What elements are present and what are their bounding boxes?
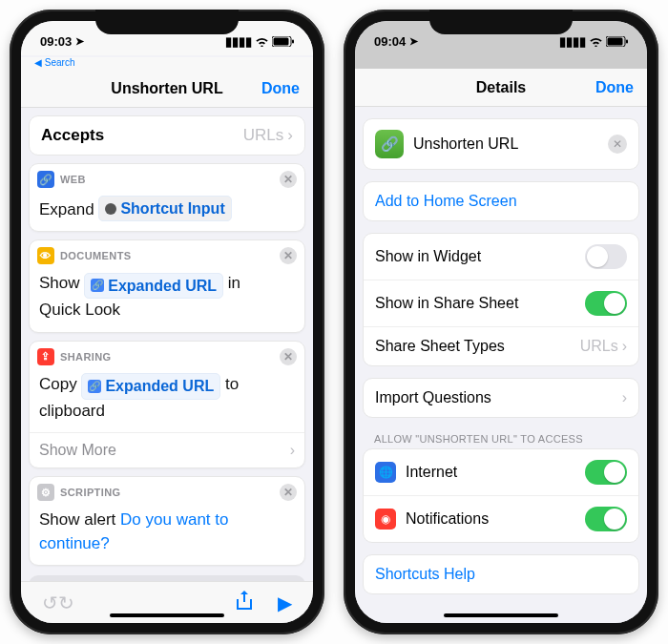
action-card-web[interactable]: 🔗 WEB ✕ Expand Shortcut Input <box>29 163 305 232</box>
redo-button[interactable]: ↻ <box>58 592 74 614</box>
show-more-row[interactable]: Show More › <box>30 432 304 467</box>
nav-bar: Details Done <box>355 69 647 107</box>
home-indicator[interactable] <box>110 613 224 617</box>
shortcut-name-row[interactable]: 🔗 Unshorten URL ✕ <box>364 119 638 169</box>
home-indicator[interactable] <box>444 613 558 617</box>
editor-content: Accepts URLs › 🔗 WEB ✕ Expand Shortc <box>21 108 313 581</box>
access-section-header: ALLOW "UNSHORTEN URL" TO ACCESS <box>363 418 639 448</box>
help-group: Shortcuts Help <box>363 554 639 594</box>
status-bar: 09:03 ➤ ▮▮▮▮ <box>21 21 313 55</box>
close-icon[interactable]: ✕ <box>280 484 297 501</box>
accepts-value: URLs <box>243 126 284 145</box>
chevron-right-icon: › <box>287 126 293 145</box>
signal-icon: ▮▮▮▮ <box>559 34 586 49</box>
battery-icon <box>272 36 294 47</box>
link-icon: 🔗 <box>88 380 101 393</box>
perm-notifications-toggle[interactable] <box>585 507 627 531</box>
home-screen-group: Add to Home Screen <box>363 181 639 221</box>
svg-rect-2 <box>292 39 294 43</box>
bell-icon: ◉ <box>375 509 396 530</box>
shortcuts-help-link[interactable]: Shortcuts Help <box>364 555 638 593</box>
phone-left: 09:03 ➤ ▮▮▮▮ ◀ Search Unshorten URL Done… <box>10 10 324 634</box>
accepts-label: Accepts <box>41 126 104 145</box>
run-button[interactable]: ▶ <box>278 592 292 614</box>
undo-button[interactable]: ↺ <box>42 592 58 614</box>
permissions-group: 🌐 Internet ◉ Notifications <box>363 448 639 543</box>
perm-internet-row: 🌐 Internet <box>364 449 638 495</box>
svg-rect-5 <box>626 39 628 43</box>
location-icon: ➤ <box>75 35 84 48</box>
phone-right: 09:04 ➤ ▮▮▮▮ Details Done 🔗 Unshorten UR… <box>344 10 658 634</box>
shortcut-name-group: 🔗 Unshorten URL ✕ <box>363 118 639 170</box>
back-search-link[interactable]: ◀ Search <box>34 57 74 68</box>
shortcut-name-field[interactable]: Unshorten URL <box>413 135 518 153</box>
visibility-group: Show in Widget Show in Share Sheet Share… <box>363 233 639 366</box>
close-icon[interactable]: ✕ <box>280 247 297 264</box>
status-right: ▮▮▮▮ <box>225 34 294 49</box>
screen-left: 09:03 ➤ ▮▮▮▮ ◀ Search Unshorten URL Done… <box>21 21 313 623</box>
action-text: Expand <box>39 200 94 218</box>
link-icon: 🔗 <box>37 171 54 188</box>
perm-notifications-row: ◉ Notifications <box>364 495 638 542</box>
perm-internet-toggle[interactable] <box>585 460 627 485</box>
details-content: 🔗 Unshorten URL ✕ Add to Home Screen Sho… <box>355 107 647 623</box>
share-icon: ⇪ <box>37 348 54 365</box>
share-button[interactable] <box>236 590 253 615</box>
status-bar: 09:04 ➤ ▮▮▮▮ <box>355 21 647 55</box>
done-button[interactable]: Done <box>261 80 300 97</box>
category-label: SHARING <box>60 351 112 363</box>
link-icon: 🔗 <box>91 279 104 292</box>
variable-chip[interactable]: 🔗 Expanded URL <box>84 273 223 299</box>
status-time: 09:03 <box>40 34 72 49</box>
import-questions-row[interactable]: Import Questions › <box>364 379 638 417</box>
done-button[interactable]: Done <box>595 79 634 96</box>
battery-icon <box>606 36 628 47</box>
category-label: SCRIPTING <box>60 487 121 498</box>
add-to-home-button[interactable]: Add to Home Screen <box>364 182 638 220</box>
variable-chip[interactable]: 🔗 Expanded URL <box>81 373 220 399</box>
action-card-scripting[interactable]: ⚙ SCRIPTING ✕ Show alert Do you want to … <box>29 476 305 566</box>
globe-icon: 🌐 <box>375 462 396 483</box>
action-card-documents[interactable]: 👁 DOCUMENTS ✕ Show 🔗 Expanded URL in Qui… <box>29 239 305 332</box>
wifi-icon <box>589 36 603 47</box>
variable-chip[interactable]: Shortcut Input <box>98 196 231 221</box>
show-share-row: Show in Share Sheet <box>364 280 638 326</box>
accepts-row[interactable]: Accepts URLs › <box>29 115 305 156</box>
status-right: ▮▮▮▮ <box>559 34 628 49</box>
location-icon: ➤ <box>409 35 418 48</box>
status-time: 09:04 <box>374 34 406 49</box>
show-share-toggle[interactable] <box>585 291 627 316</box>
share-types-row[interactable]: Share Sheet Types URLs › <box>364 326 638 365</box>
nav-bar: Unshorten URL Done <box>21 70 313 108</box>
category-label: WEB <box>60 174 86 185</box>
screen-right: 09:04 ➤ ▮▮▮▮ Details Done 🔗 Unshorten UR… <box>355 21 647 623</box>
show-widget-toggle[interactable] <box>585 244 627 269</box>
import-group: Import Questions › <box>363 378 639 418</box>
close-icon[interactable]: ✕ <box>280 348 297 365</box>
shortcut-icon: 🔗 <box>375 130 404 158</box>
eye-icon: 👁 <box>37 247 54 264</box>
gear-icon: ⚙ <box>37 484 54 501</box>
chevron-right-icon: › <box>622 389 627 406</box>
chevron-right-icon: › <box>290 442 295 459</box>
svg-rect-1 <box>274 37 289 45</box>
close-icon[interactable]: ✕ <box>280 171 297 188</box>
category-label: DOCUMENTS <box>60 250 132 261</box>
signal-icon: ▮▮▮▮ <box>225 34 252 49</box>
show-widget-row: Show in Widget <box>364 234 638 280</box>
svg-rect-4 <box>608 37 623 45</box>
chevron-right-icon: › <box>622 338 627 355</box>
clear-icon[interactable]: ✕ <box>608 135 627 154</box>
action-card-sharing[interactable]: ⇪ SHARING ✕ Copy 🔗 Expanded URL to clipb… <box>29 341 305 468</box>
wifi-icon <box>255 36 269 47</box>
